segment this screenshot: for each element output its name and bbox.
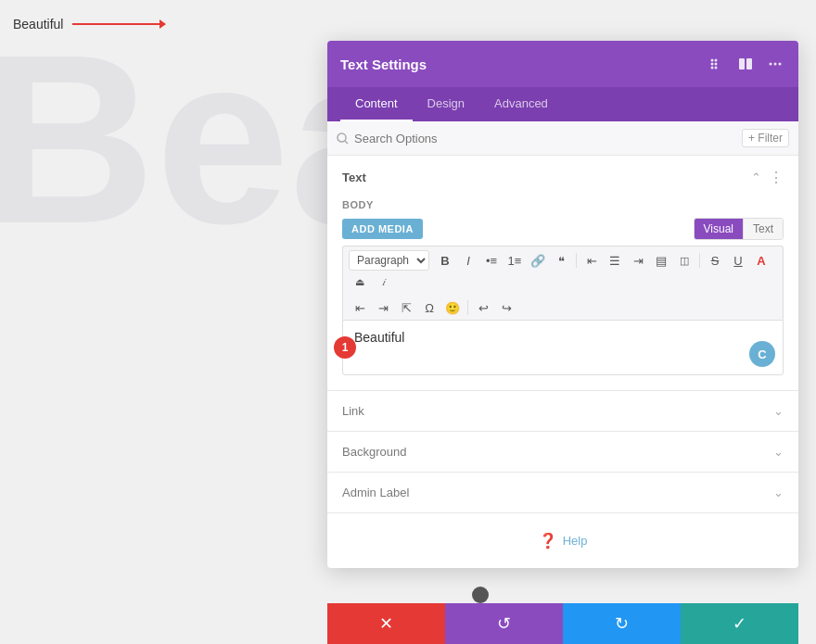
- undo-action-button[interactable]: ↺: [445, 603, 563, 644]
- editor-content-area[interactable]: 1 Beautiful C: [342, 320, 784, 375]
- more-options-icon[interactable]: [765, 54, 785, 74]
- admin-label-section-title: Admin Label: [342, 486, 409, 499]
- undo-button[interactable]: ↩: [472, 297, 494, 318]
- svg-line-12: [345, 141, 348, 144]
- bold-button[interactable]: B: [434, 250, 456, 271]
- omega-button[interactable]: Ω: [418, 297, 440, 318]
- editor-text[interactable]: Beautiful: [354, 330, 771, 345]
- panel-title: Text Settings: [340, 57, 427, 72]
- editor-format-bar-row2: ⇤ ⇥ ⇱ Ω 🙂 ↩ ↪: [342, 296, 784, 320]
- editor-toolbar-top: ADD MEDIA Visual Text: [342, 218, 784, 240]
- admin-label-section-header[interactable]: Admin Label ⌄: [327, 473, 798, 512]
- visual-view-button[interactable]: Visual: [695, 219, 744, 239]
- split-icon[interactable]: [735, 54, 756, 74]
- help-section: ❓ Help: [327, 513, 798, 568]
- panel-header: Text Settings: [327, 41, 798, 87]
- svg-point-8: [770, 63, 772, 66]
- svg-point-4: [711, 63, 714, 66]
- svg-point-0: [715, 59, 718, 62]
- panel-body: Text ⌃ ⋮ Body ADD MEDIA Visual Text: [327, 156, 798, 568]
- background-chevron-icon: ⌄: [773, 445, 784, 459]
- svg-point-2: [715, 67, 718, 69]
- svg-point-11: [338, 133, 346, 142]
- redo-action-button[interactable]: ↻: [563, 603, 681, 644]
- beautiful-arrow: [72, 23, 165, 25]
- text-dots-icon[interactable]: ⋮: [769, 169, 784, 186]
- tab-content[interactable]: Content: [340, 87, 413, 121]
- panel-tabs: Content Design Advanced: [327, 87, 798, 121]
- admin-label-chevron-icon: ⌄: [773, 486, 784, 499]
- strikethrough-button[interactable]: S: [704, 250, 726, 271]
- svg-point-1: [715, 63, 718, 66]
- tab-design[interactable]: Design: [413, 87, 479, 121]
- text-section-header[interactable]: Text ⌃ ⋮: [327, 156, 798, 199]
- search-input[interactable]: [354, 132, 736, 145]
- action-bar: ✕ ↺ ↻ ✓: [327, 603, 798, 644]
- link-chevron-icon: ⌄: [773, 404, 784, 418]
- svg-point-3: [711, 59, 714, 62]
- toolbar-separator-1: [576, 253, 577, 268]
- link-section: Link ⌄: [327, 391, 798, 432]
- help-link[interactable]: Help: [563, 534, 588, 548]
- unordered-list-button[interactable]: •≡: [480, 250, 503, 271]
- table-button[interactable]: ◫: [673, 250, 695, 271]
- emoji-button[interactable]: 🙂: [441, 297, 464, 318]
- tab-advanced[interactable]: Advanced: [479, 87, 563, 121]
- toolbar-separator-2: [699, 253, 700, 268]
- outdent-button[interactable]: ⇤: [349, 297, 371, 318]
- paragraph-select[interactable]: Paragraph: [349, 250, 429, 271]
- background-section-header[interactable]: Background ⌄: [327, 432, 798, 472]
- svg-rect-6: [739, 58, 745, 69]
- font-color-button[interactable]: A: [750, 250, 772, 271]
- beautiful-label: Beautiful: [13, 17, 165, 32]
- svg-rect-7: [746, 58, 752, 69]
- redo-button[interactable]: ↪: [495, 297, 517, 318]
- view-toggle: Visual Text: [694, 218, 784, 240]
- text-section-title: Text: [342, 170, 366, 184]
- indent-button[interactable]: ⇥: [372, 297, 394, 318]
- add-media-button[interactable]: ADD MEDIA: [342, 219, 423, 239]
- watermark-area: Bea: [0, 0, 329, 644]
- filter-button[interactable]: + Filter: [742, 129, 789, 147]
- text-section: Text ⌃ ⋮ Body ADD MEDIA Visual Text: [327, 156, 798, 391]
- clear-format-button[interactable]: ⏏: [349, 271, 371, 292]
- save-button[interactable]: ✓: [681, 603, 798, 644]
- panel-header-icons: [706, 54, 785, 74]
- resize-handle[interactable]: [472, 587, 489, 603]
- align-left-button[interactable]: ⇤: [580, 250, 603, 271]
- link-button[interactable]: 🔗: [527, 250, 549, 271]
- svg-point-5: [711, 67, 714, 69]
- italic-clear-button[interactable]: 𝑖: [372, 271, 394, 292]
- editor-format-bar-row1: Paragraph B I •≡ 1≡ 🔗 ❝ ⇤ ☰ ⇥ ▤ ◫ S: [342, 246, 784, 296]
- underline-button[interactable]: U: [727, 250, 749, 271]
- cancel-button[interactable]: ✕: [327, 603, 445, 644]
- text-section-icons: ⌃ ⋮: [751, 169, 784, 186]
- text-chevron-up-icon: ⌃: [751, 170, 761, 184]
- fullscreen-button[interactable]: ⇱: [395, 297, 417, 318]
- resize-icon[interactable]: [706, 54, 726, 74]
- align-right-button[interactable]: ⇥: [627, 250, 649, 271]
- link-section-header[interactable]: Link ⌄: [327, 391, 798, 431]
- blockquote-button[interactable]: ❝: [550, 250, 572, 271]
- search-icon: [337, 133, 349, 145]
- background-section: Background ⌄: [327, 432, 798, 473]
- beautiful-text: Beautiful: [13, 17, 63, 32]
- link-section-title: Link: [342, 404, 364, 418]
- body-label: Body: [342, 199, 784, 210]
- italic-button[interactable]: I: [457, 250, 479, 271]
- svg-point-10: [779, 63, 782, 66]
- background-section-title: Background: [342, 445, 406, 459]
- editor-user-avatar: C: [749, 341, 775, 367]
- ordered-list-button[interactable]: 1≡: [504, 250, 526, 271]
- align-center-button[interactable]: ☰: [604, 250, 626, 271]
- step-badge-1: 1: [334, 336, 356, 359]
- help-icon: ❓: [539, 532, 557, 549]
- text-section-body: Body ADD MEDIA Visual Text Paragraph B I: [327, 199, 798, 390]
- text-view-button[interactable]: Text: [744, 219, 783, 239]
- search-bar: + Filter: [327, 121, 798, 156]
- align-justify-button[interactable]: ▤: [650, 250, 672, 271]
- text-settings-panel: Text Settings Content: [327, 41, 798, 568]
- toolbar-separator-3: [467, 300, 468, 315]
- svg-point-9: [774, 63, 777, 66]
- admin-label-section: Admin Label ⌄: [327, 473, 798, 513]
